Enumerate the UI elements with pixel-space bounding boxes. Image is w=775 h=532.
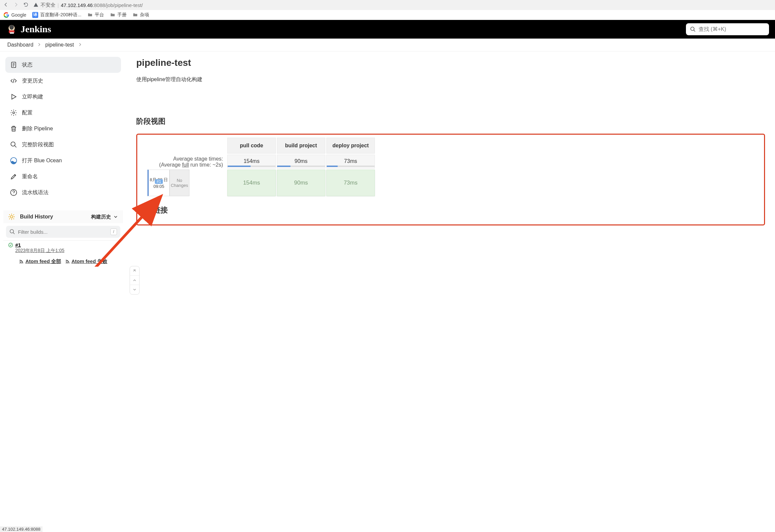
svg-line-10 — [13, 79, 14, 83]
rss-icon — [65, 259, 70, 264]
search-box[interactable] — [686, 23, 769, 35]
sidebar-item-label: 打开 Blue Ocean — [22, 157, 62, 164]
stage-run-cell[interactable]: 90ms — [277, 169, 325, 196]
sidebar-item-delete[interactable]: 删除 Pipeline — [5, 121, 121, 137]
sidebar-item-label: 重命名 — [22, 173, 38, 180]
folder-icon — [110, 12, 115, 18]
sidebar-item-blue-ocean[interactable]: 打开 Blue Ocean — [5, 153, 121, 168]
build-filter-input[interactable] — [18, 229, 108, 235]
bookmark-folder-manual[interactable]: 手册 — [110, 12, 127, 18]
stage-view-box: pull code build project deploy project A… — [136, 134, 765, 225]
run-info[interactable]: #1 8月 08 日 09:05 No Changes — [138, 169, 226, 196]
rss-icon — [19, 259, 24, 264]
svg-point-17 — [10, 215, 13, 218]
stage-run-cell[interactable]: 154ms — [227, 169, 276, 196]
breadcrumb-job[interactable]: pipeline-test — [45, 42, 74, 48]
build-history-feeds: Atom feed 全部 Atom feed 失败 — [3, 256, 123, 267]
sidebar-item-label: 状态 — [22, 61, 33, 68]
search-icon — [9, 229, 15, 235]
chevron-down-icon — [113, 214, 118, 219]
build-entry-id[interactable]: #1 — [15, 242, 21, 248]
page-title: pipeline-test — [136, 57, 765, 68]
bookmarks-bar: Google 译 百度翻译-200种语... 平台 手册 杂项 — [0, 10, 775, 20]
bookmark-baidu-translate[interactable]: 译 百度翻译-200种语... — [32, 12, 81, 18]
stage-column-header: pull code — [227, 138, 276, 154]
avg-time-cell: 73ms — [326, 155, 375, 168]
gear-icon — [10, 109, 17, 116]
svg-rect-3 — [10, 32, 14, 34]
stage-run-cell[interactable]: 73ms — [326, 169, 375, 196]
build-history-section: Build History 构建历史 / #1 2023年8月8日 上午1:05 — [3, 210, 123, 267]
folder-icon — [133, 12, 138, 18]
related-links-title: 相关链接 — [139, 205, 763, 215]
chevron-right-icon — [37, 42, 41, 48]
search-icon — [690, 26, 696, 32]
folder-icon — [87, 12, 93, 18]
warning-icon — [33, 2, 39, 8]
search-icon — [10, 141, 17, 148]
filter-kbd-hint: / — [110, 228, 117, 235]
sidebar-item-label: 配置 — [22, 109, 33, 116]
svg-point-22 — [66, 263, 67, 264]
avg-time-cell: 90ms — [277, 155, 325, 168]
sidebar-item-status[interactable]: 状态 — [5, 57, 121, 73]
nav-first-button[interactable] — [130, 266, 139, 267]
back-icon[interactable] — [3, 2, 9, 8]
svg-point-13 — [11, 142, 15, 146]
sidebar-item-configure[interactable]: 配置 — [5, 105, 121, 121]
svg-point-2 — [12, 28, 13, 29]
breadcrumb: Dashboard pipeline-test — [0, 39, 775, 52]
svg-point-12 — [13, 112, 15, 114]
forward-icon[interactable] — [13, 2, 19, 8]
build-entry-date[interactable]: 2023年8月8日 上午1:05 — [8, 248, 118, 254]
success-icon — [8, 242, 13, 248]
svg-line-19 — [13, 232, 15, 234]
avg-time-cell: 154ms — [227, 155, 276, 168]
svg-point-18 — [10, 229, 14, 233]
atom-feed-all[interactable]: Atom feed 全部 — [19, 258, 61, 265]
build-history-header: Build History 构建历史 — [3, 210, 123, 223]
atom-feed-fail[interactable]: Atom feed 失败 — [65, 258, 107, 265]
build-history-entry[interactable]: #1 2023年8月8日 上午1:05 — [3, 240, 123, 256]
sun-icon — [8, 213, 15, 220]
url-bar[interactable]: 不安全 | 47.102.149.46:8088/job/pipeline-te… — [33, 2, 143, 8]
sidebar-item-full-stage[interactable]: 完整阶段视图 — [5, 137, 121, 153]
bookmark-google[interactable]: Google — [3, 12, 26, 18]
sidebar-item-syntax[interactable]: 流水线语法 — [5, 184, 121, 200]
pencil-icon — [10, 173, 17, 180]
build-history-trend[interactable]: 构建历史 — [91, 214, 118, 220]
sidebar-item-rename[interactable]: 重命名 — [5, 168, 121, 184]
sidebar: 状态 变更历史 立即构建 配置 删除 Pipeline 完整阶段视图 打开 Bl… — [0, 52, 126, 267]
stage-view-table: pull code build project deploy project A… — [137, 137, 376, 197]
svg-point-20 — [9, 243, 13, 247]
browser-nav-bar: 不安全 | 47.102.149.46:8088/job/pipeline-te… — [0, 0, 775, 10]
play-icon — [10, 93, 17, 100]
translate-icon: 译 — [32, 12, 38, 18]
search-input[interactable] — [699, 26, 765, 32]
main-content: pipeline-test 使用pipeline管理自动化构建 阶段视图 pul… — [126, 52, 775, 267]
page-description: 使用pipeline管理自动化构建 — [136, 76, 765, 83]
breadcrumb-dashboard[interactable]: Dashboard — [7, 42, 33, 48]
svg-point-1 — [10, 28, 11, 29]
stage-view-title: 阶段视图 — [136, 116, 765, 126]
not-secure-label: 不安全 — [41, 2, 55, 8]
stage-column-header: build project — [277, 138, 325, 154]
svg-point-21 — [20, 263, 21, 264]
jenkins-brand[interactable]: Jenkins — [6, 24, 51, 35]
run-badge: #1 — [155, 179, 162, 184]
google-icon — [3, 12, 9, 18]
build-filter[interactable]: / — [6, 226, 120, 238]
svg-marker-11 — [12, 94, 16, 99]
build-history-title: Build History — [20, 214, 86, 220]
sidebar-item-label: 完整阶段视图 — [22, 141, 54, 148]
stage-column-header: deploy project — [326, 138, 375, 154]
sidebar-item-label: 删除 Pipeline — [22, 125, 53, 132]
code-icon — [10, 77, 17, 84]
bookmark-folder-platform[interactable]: 平台 — [87, 12, 104, 18]
svg-line-14 — [15, 146, 17, 148]
sidebar-item-changes[interactable]: 变更历史 — [5, 73, 121, 89]
bookmark-folder-misc[interactable]: 杂项 — [133, 12, 149, 18]
sidebar-item-build-now[interactable]: 立即构建 — [5, 89, 121, 105]
reload-icon[interactable] — [23, 2, 29, 8]
run-changes: No Changes — [169, 169, 189, 196]
